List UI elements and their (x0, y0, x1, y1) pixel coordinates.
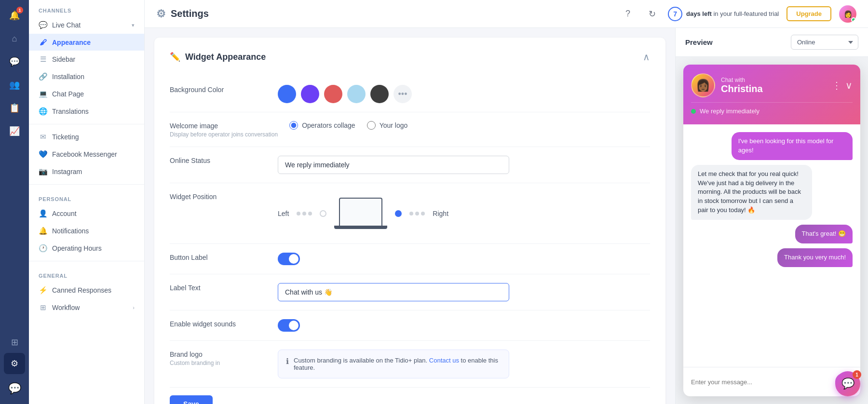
sidebar-item-label: Live Chat (52, 21, 81, 29)
trial-text: days left in your full-featured trial (686, 10, 779, 17)
avatar[interactable]: 👩 (839, 5, 856, 23)
channels-section-label: CHANNELS (29, 0, 144, 16)
chat-menu-button[interactable]: ⋮ (832, 80, 841, 91)
label-text-label: Label Text (170, 283, 266, 292)
ticketing-icon: ✉ (39, 133, 47, 141)
chat-launcher-button[interactable]: 💬 1 (835, 371, 860, 396)
online-status-input[interactable] (278, 156, 509, 174)
chat-icon-btn[interactable]: 💬 (4, 51, 25, 72)
sidebar-item-ticketing[interactable]: ✉ Ticketing (29, 128, 144, 146)
color-swatch-dark[interactable] (370, 85, 389, 103)
upgrade-button[interactable]: Upgrade (787, 6, 831, 21)
sidebar-item-translations[interactable]: 🌐 Translations (29, 103, 144, 120)
contact-us-link[interactable]: Contact us (429, 357, 459, 364)
radio-operators-collage-input[interactable] (289, 121, 298, 130)
sidebar-item-installation[interactable]: 🔗 Installation (29, 68, 144, 85)
chat-minimize-button[interactable]: ∨ (845, 80, 853, 91)
content-area: ✏️ Widget Appearance ∧ Background Color (145, 28, 868, 404)
widget-sounds-toggle[interactable] (278, 319, 300, 332)
sidebar-item-chat-page[interactable]: 💻 Chat Page (29, 85, 144, 103)
contacts-icon-btn[interactable]: 👥 (4, 74, 25, 95)
chat-page-icon: 💻 (39, 90, 47, 98)
notification-icon-btn[interactable]: 🔔 1 (4, 5, 25, 26)
background-color-label: Background Color (170, 85, 266, 94)
sidebar-item-account[interactable]: 👤 Account (29, 205, 144, 222)
sidebar-item-appearance[interactable]: 🖌 Appearance (29, 34, 144, 51)
facebook-icon: 💙 (39, 150, 47, 159)
widget-sounds-row: Enable widget sounds (170, 310, 650, 341)
pos-indicator-left[interactable] (320, 210, 326, 217)
sidebar-item-label: Canned Responses (52, 286, 111, 294)
tidio-logo-btn[interactable]: 💬 (4, 378, 25, 399)
refresh-button[interactable]: ↻ (644, 6, 660, 22)
sidebar-item-facebook[interactable]: 💙 Facebook Messenger (29, 146, 144, 163)
widget-position-row: Widget Position Left (170, 183, 650, 244)
color-swatch-red[interactable] (324, 85, 342, 103)
message-2: Let me check that for you real quick! We… (691, 165, 812, 220)
radio-your-logo[interactable]: Your logo (367, 121, 408, 130)
pos-dot-3 (308, 212, 312, 215)
label-text-row: Label Text (170, 274, 650, 310)
apps-icon-btn[interactable]: ⊞ (4, 332, 25, 353)
message-1: I've been looking for this model for age… (732, 132, 853, 160)
radio-operators-collage[interactable]: Operators collage (289, 121, 355, 130)
message-4: Thank you very much! (777, 248, 853, 267)
help-button[interactable]: ? (620, 6, 636, 22)
sidebar-item-label: Operating Hours (52, 244, 102, 252)
color-swatch-lightblue[interactable] (347, 85, 366, 103)
analytics-icon-btn[interactable]: 📈 (4, 121, 25, 142)
brand-logo-label: Brand logo Custom branding in (170, 350, 266, 366)
sidebar-item-operating-hours[interactable]: 🕐 Operating Hours (29, 240, 144, 257)
widget-position-label: Widget Position (170, 192, 266, 201)
button-label-row: Button Label (170, 244, 650, 274)
main-area: ⚙ Settings ? ↻ 7 days left in your full-… (145, 0, 868, 404)
settings-icon-btn[interactable]: ⚙ (4, 353, 25, 374)
preview-header: Preview Online Offline (676, 28, 868, 57)
sidebar-divider-3 (29, 261, 144, 261)
page-title-area: ⚙ Settings (156, 8, 209, 20)
sidebar-item-instagram[interactable]: 📷 Instagram (29, 163, 144, 180)
chat-status-bar: We reply immediately (691, 102, 853, 115)
radio-your-logo-input[interactable] (367, 121, 376, 130)
chat-header-name: Christina (721, 83, 826, 94)
preview-title: Preview (685, 38, 713, 46)
preview-chat-area: 👩🏾 Chat with Christina ⋮ ∨ (676, 57, 868, 404)
sidebar-item-live-chat[interactable]: 💬 Live Chat ▾ (29, 16, 144, 34)
button-label-toggle[interactable] (278, 253, 300, 265)
brand-logo-row: Brand logo Custom branding in ℹ Custom b… (170, 341, 650, 388)
top-header: ⚙ Settings ? ↻ 7 days left in your full-… (145, 0, 868, 28)
pos-dot-6 (421, 212, 425, 215)
sidebar-item-label: Account (52, 210, 77, 217)
sidebar-item-label: Ticketing (52, 133, 79, 141)
color-swatch-purple[interactable] (301, 85, 319, 103)
pos-indicator-right[interactable] (395, 210, 402, 217)
pos-dot-5 (415, 212, 419, 215)
chat-message-input[interactable] (691, 378, 830, 386)
sidebar-item-notifications[interactable]: 🔔 Notifications (29, 222, 144, 240)
chat-messages: I've been looking for this model for age… (683, 124, 860, 367)
color-swatch-more[interactable]: ••• (393, 85, 412, 103)
color-swatch-blue[interactable] (278, 85, 296, 103)
welcome-image-row: Welcome image Display before operator jo… (170, 112, 650, 147)
home-icon-btn[interactable]: ⌂ (4, 28, 25, 49)
instagram-icon: 📷 (39, 167, 47, 176)
preview-status-select[interactable]: Online Offline (791, 35, 858, 50)
settings-panel: ✏️ Widget Appearance ∧ Background Color (145, 28, 675, 404)
trial-days-circle: 7 (668, 7, 682, 21)
save-button[interactable]: Save (170, 395, 213, 404)
inbox-icon-btn[interactable]: 📋 (4, 97, 25, 119)
position-left-label: Left (278, 210, 289, 217)
sidebar-item-label: Workflow (52, 304, 80, 311)
sidebar-item-workflow[interactable]: ⊞ Workflow › (29, 299, 144, 316)
sidebar-item-sidebar[interactable]: ☰ Sidebar (29, 51, 144, 68)
chat-avatar-emoji: 👩🏾 (696, 79, 710, 92)
button-label-control (278, 253, 650, 265)
chat-input-bar: ➤ (683, 367, 860, 396)
sidebar-divider-2 (29, 184, 144, 185)
collapse-button[interactable]: ∧ (643, 51, 650, 63)
sidebar-item-label: Translations (52, 108, 89, 115)
label-text-input[interactable] (278, 283, 509, 301)
sidebar-item-canned-responses[interactable]: ⚡ Canned Responses (29, 282, 144, 299)
avatar-image: 👩 (844, 10, 852, 18)
color-swatches-control: ••• (278, 85, 650, 103)
